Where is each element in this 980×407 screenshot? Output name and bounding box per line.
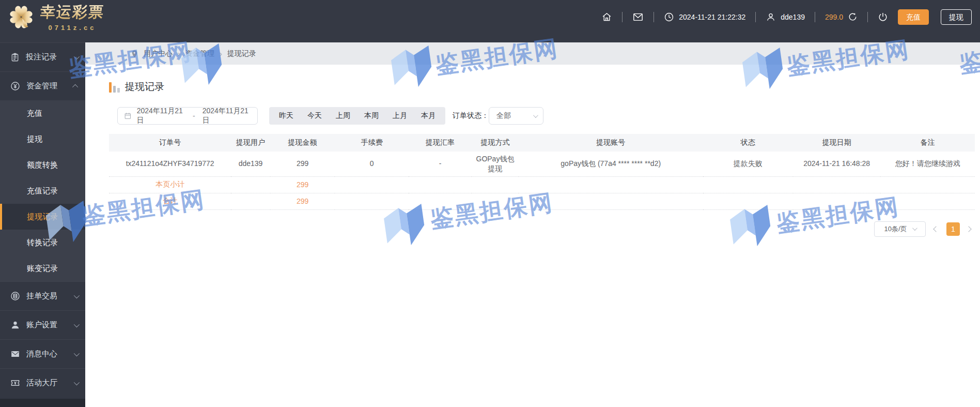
- messages-button[interactable]: [632, 12, 644, 22]
- username-text: dde139: [781, 13, 805, 21]
- sidebar-subitem-withdraw-records[interactable]: 提现记录: [0, 204, 85, 230]
- order-status-select[interactable]: 全部: [489, 107, 543, 125]
- subitem-label: 提现: [27, 134, 42, 144]
- sidebar-item-label: 资金管理: [26, 81, 68, 91]
- subitem-label: 账变记录: [27, 264, 58, 274]
- quick-filter-last-month[interactable]: 上月: [393, 111, 407, 120]
- recharge-button[interactable]: 充值: [898, 9, 929, 25]
- site-title: 幸运彩票: [40, 2, 105, 23]
- quick-filter-last-week[interactable]: 上周: [336, 111, 350, 120]
- cell-remark: 您好！请您继续游戏: [880, 152, 975, 176]
- mail-icon: [632, 12, 644, 22]
- sidebar-bottom-strip: [0, 399, 85, 407]
- sidebar-item-funds-management[interactable]: 资金管理: [0, 71, 85, 100]
- quick-filter-yesterday[interactable]: 昨天: [279, 111, 293, 120]
- breadcrumb-separator: ›: [178, 49, 180, 58]
- quick-filter-this-week[interactable]: 本周: [364, 111, 379, 120]
- clipboard-icon: [10, 53, 20, 62]
- next-page-button[interactable]: [967, 225, 974, 233]
- page-size-select[interactable]: 10条/页: [874, 221, 926, 237]
- cell-order-id: tx241121o4ZHYF34719772: [109, 152, 231, 176]
- date-separator: -: [191, 112, 197, 120]
- page-subtotal-row: 本页小计 299: [109, 176, 975, 193]
- subitem-label: 充值记录: [27, 186, 58, 196]
- user-account[interactable]: dde139: [766, 12, 805, 22]
- sidebar-item-label: 消息中心: [26, 349, 68, 359]
- user-icon: [10, 320, 20, 330]
- chevron-down-icon: [74, 292, 80, 298]
- page-title: 提现记录: [125, 80, 164, 94]
- chevron-down-icon: [74, 321, 80, 327]
- quick-filter-today[interactable]: 今天: [307, 111, 322, 120]
- subitem-label: 充值: [27, 109, 42, 118]
- clover-logo-icon: [7, 3, 35, 31]
- cell-account: goPay钱包 (77a4 **** **** **d2): [519, 152, 703, 176]
- sidebar-subitem-withdraw[interactable]: 提现: [0, 126, 85, 152]
- chevron-down-icon: [912, 225, 917, 231]
- funds-submenu: 充值 提现 额度转换 充值记录 提现记录 转换记录 账变记录: [0, 100, 85, 281]
- breadcrumb-item-user-center[interactable]: 用户中心: [144, 49, 173, 58]
- time-text: 2024-11-21 21:22:32: [679, 13, 745, 21]
- cell-withdraw-user: dde139: [231, 152, 270, 176]
- refresh-balance-icon[interactable]: [848, 12, 858, 22]
- home-button[interactable]: [601, 11, 612, 22]
- server-time: 2024-11-21 21:22:32: [664, 12, 745, 22]
- sidebar-subitem-transfer-records[interactable]: 转换记录: [0, 230, 85, 255]
- sidebar-subitem-recharge-records[interactable]: 充值记录: [0, 178, 85, 204]
- sidebar-item-label: 活动大厅: [26, 378, 68, 388]
- location-pin-icon: [131, 49, 138, 58]
- subitem-label: 提现记录: [27, 212, 58, 222]
- sidebar-subitem-account-change-records[interactable]: 账变记录: [0, 255, 85, 281]
- sidebar-subitem-recharge[interactable]: 充值: [0, 100, 85, 126]
- sidebar-item-label: 挂单交易: [26, 291, 68, 301]
- coins-icon: [10, 291, 20, 301]
- chevron-down-icon: [74, 53, 80, 59]
- cell-fee: 0: [335, 152, 408, 176]
- sidebar-item-pending-orders[interactable]: 挂单交易: [0, 281, 85, 310]
- col-method: 提现方式: [472, 134, 519, 152]
- page-number-1[interactable]: 1: [946, 222, 960, 236]
- subtotal-label: 本页小计: [109, 176, 231, 193]
- quick-filter-this-month[interactable]: 本月: [421, 111, 435, 120]
- mail-icon: [10, 350, 20, 358]
- col-rate: 提现汇率: [409, 134, 472, 152]
- col-account: 提现账号: [519, 134, 703, 152]
- prev-page-button[interactable]: [932, 225, 940, 233]
- withdraw-button[interactable]: 提现: [941, 9, 972, 25]
- sidebar-item-label: 投注记录: [26, 52, 68, 62]
- total-amount: 299: [270, 193, 335, 209]
- logo[interactable]: 幸运彩票 0711z.cc: [7, 2, 104, 32]
- sidebar-item-message-center[interactable]: 消息中心: [0, 339, 85, 368]
- col-fee: 手续费: [335, 134, 408, 152]
- bar-chart-icon: [109, 82, 120, 94]
- page-size-value: 10条/页: [884, 224, 907, 234]
- subtotal-amount: 299: [270, 176, 335, 193]
- col-amount: 提现金额: [270, 134, 335, 152]
- logout-button[interactable]: [878, 12, 888, 22]
- chevron-down-icon: [74, 379, 80, 385]
- filter-row: 2024年11月21日 - 2024年11月21日 昨天 今天 上周 本周 上月…: [109, 107, 975, 125]
- divider: [815, 12, 815, 22]
- col-status: 状态: [703, 134, 793, 152]
- subitem-label: 额度转换: [27, 160, 58, 170]
- sidebar-subitem-quota-transfer[interactable]: 额度转换: [0, 152, 85, 178]
- date-start: 2024年11月21日: [137, 107, 185, 125]
- sidebar-item-account-settings[interactable]: 账户设置: [0, 310, 85, 339]
- breadcrumb-item-withdraw-records[interactable]: 提现记录: [227, 49, 256, 58]
- divider: [622, 12, 623, 22]
- date-range-input[interactable]: 2024年11月21日 - 2024年11月21日: [117, 107, 258, 125]
- cell-rate: -: [409, 152, 472, 176]
- sidebar: 投注记录 资金管理 充值 提现 额度转换 充值记录 提现记录 转换记录 账变记录: [0, 34, 85, 407]
- col-date: 提现日期: [793, 134, 880, 152]
- sidebar-item-bet-records[interactable]: 投注记录: [0, 42, 85, 71]
- divider: [867, 12, 868, 22]
- breadcrumb-item-funds[interactable]: 资金管理: [185, 49, 214, 58]
- sidebar-item-activity-hall[interactable]: 活动大厅: [0, 368, 85, 397]
- breadcrumb: 用户中心 › 资金管理 › 提现记录: [85, 42, 980, 65]
- header-lower-strip: [85, 34, 980, 42]
- chevron-down-icon: [533, 113, 538, 118]
- cell-amount: 299: [270, 152, 335, 176]
- cell-status: 提款失败: [703, 152, 793, 176]
- col-remark: 备注: [880, 134, 975, 152]
- top-header: 幸运彩票 0711z.cc 2024-11-21 21:22: [0, 0, 980, 34]
